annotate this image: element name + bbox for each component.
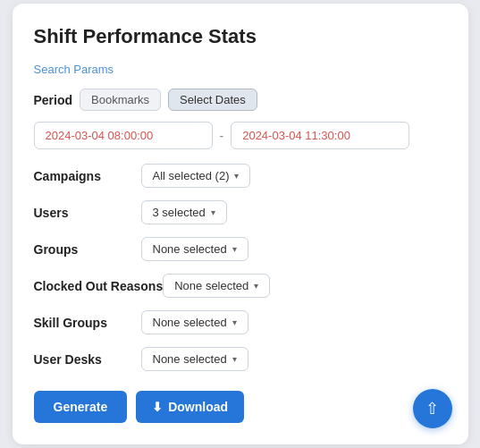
clocked-out-reasons-label: Clocked Out Reasons bbox=[34, 279, 164, 293]
period-label: Period bbox=[34, 93, 73, 107]
user-desks-caret-icon: ▾ bbox=[232, 354, 237, 364]
campaigns-label: Campaigns bbox=[34, 169, 141, 183]
user-desks-label: User Desks bbox=[34, 352, 141, 367]
campaigns-value: All selected (2) bbox=[153, 169, 230, 182]
groups-caret-icon: ▾ bbox=[232, 244, 237, 254]
download-icon: ⬇ bbox=[152, 400, 163, 414]
campaigns-dropdown[interactable]: All selected (2) ▾ bbox=[141, 164, 251, 188]
fab-button[interactable]: ⇧ bbox=[413, 389, 452, 428]
date-range-row: - bbox=[34, 122, 447, 149]
clocked-out-reasons-caret-icon: ▾ bbox=[254, 281, 258, 291]
campaigns-caret-icon: ▾ bbox=[234, 171, 239, 181]
period-tabs-row: Period Bookmarks Select Dates bbox=[34, 89, 447, 111]
skill-groups-row: Skill Groups None selected ▾ bbox=[34, 310, 447, 334]
user-desks-value: None selected bbox=[153, 352, 227, 366]
tab-select-dates[interactable]: Select Dates bbox=[168, 89, 257, 111]
skill-groups-caret-icon: ▾ bbox=[232, 317, 237, 327]
footer-actions: Generate ⬇ Download bbox=[34, 391, 447, 423]
users-label: Users bbox=[34, 206, 141, 220]
user-desks-row: User Desks None selected ▾ bbox=[34, 347, 447, 371]
campaigns-row: Campaigns All selected (2) ▾ bbox=[34, 164, 447, 188]
skill-groups-dropdown[interactable]: None selected ▾ bbox=[141, 310, 248, 334]
skill-groups-label: Skill Groups bbox=[34, 316, 141, 330]
download-button[interactable]: ⬇ Download bbox=[136, 391, 244, 423]
users-row: Users 3 selected ▾ bbox=[34, 200, 447, 224]
skill-groups-value: None selected bbox=[153, 316, 227, 329]
date-start-input[interactable] bbox=[34, 122, 213, 149]
groups-row: Groups None selected ▾ bbox=[34, 237, 447, 261]
tab-bookmarks[interactable]: Bookmarks bbox=[80, 89, 161, 111]
users-value: 3 selected bbox=[153, 206, 206, 219]
users-dropdown[interactable]: 3 selected ▾ bbox=[141, 200, 227, 224]
users-caret-icon: ▾ bbox=[211, 207, 215, 217]
search-params-label: Search Params bbox=[34, 63, 447, 76]
clocked-out-reasons-row: Clocked Out Reasons None selected ▾ bbox=[34, 274, 447, 298]
page-title: Shift Performance Stats bbox=[34, 25, 447, 48]
date-separator: - bbox=[220, 129, 224, 143]
fab-icon: ⇧ bbox=[425, 399, 439, 418]
generate-button[interactable]: Generate bbox=[34, 391, 128, 423]
groups-dropdown[interactable]: None selected ▾ bbox=[141, 237, 248, 261]
download-label: Download bbox=[168, 400, 228, 414]
main-card: Shift Performance Stats Search Params Pe… bbox=[13, 4, 468, 444]
groups-value: None selected bbox=[153, 242, 227, 256]
clocked-out-reasons-dropdown[interactable]: None selected ▾ bbox=[163, 274, 270, 298]
groups-label: Groups bbox=[34, 242, 141, 257]
date-end-input[interactable] bbox=[231, 122, 409, 149]
clocked-out-reasons-value: None selected bbox=[174, 279, 248, 292]
user-desks-dropdown[interactable]: None selected ▾ bbox=[141, 347, 248, 371]
